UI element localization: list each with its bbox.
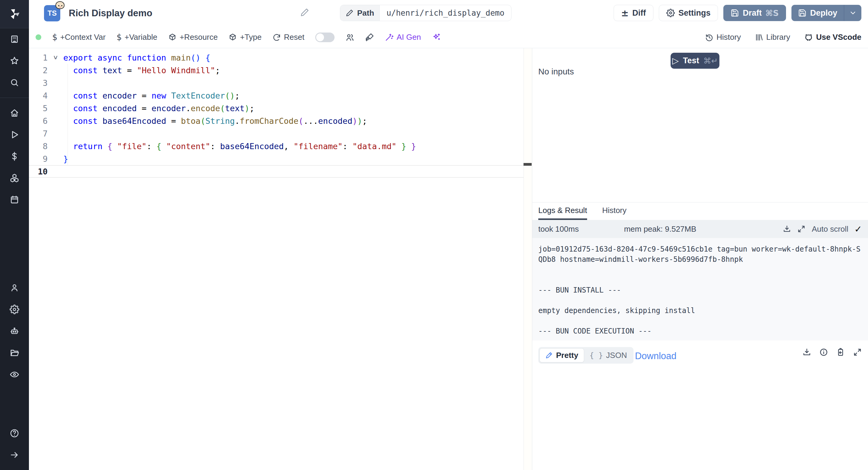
paintbrush-icon xyxy=(365,33,374,41)
tab-history[interactable]: History xyxy=(602,202,627,220)
line-number: 4 xyxy=(29,91,48,100)
user-icon[interactable] xyxy=(0,277,29,299)
result-section: Pretty { } JSON Download xyxy=(532,340,868,470)
diff-button[interactable]: ± Diff xyxy=(614,5,653,21)
ai-sparkles-button[interactable] xyxy=(432,33,441,41)
deploy-dropdown-button[interactable] xyxy=(844,5,861,21)
page-title: Rich Display demo xyxy=(69,8,152,19)
library-button[interactable]: Library xyxy=(755,33,790,42)
favorites-star-icon[interactable] xyxy=(0,50,29,72)
expand-logs-icon[interactable] xyxy=(797,225,806,233)
ai-gen-button[interactable]: AI Gen xyxy=(385,33,421,42)
history-clock-icon xyxy=(705,33,713,41)
workers-robot-icon[interactable] xyxy=(0,320,29,342)
fold-chevron-icon[interactable]: > xyxy=(48,54,63,61)
add-resource-label: +Resource xyxy=(180,33,218,42)
code-lines[interactable]: 1>export async function main() {2 const … xyxy=(29,48,532,178)
resources-boxes-icon[interactable] xyxy=(0,167,29,189)
home-icon[interactable] xyxy=(0,102,29,124)
save-icon xyxy=(798,9,807,17)
add-variable-button[interactable]: $ +Variable xyxy=(116,32,157,42)
expand-result-icon[interactable] xyxy=(853,348,862,357)
reset-button[interactable]: Reset xyxy=(273,33,304,42)
add-type-button[interactable]: +Type xyxy=(228,33,261,42)
deploy-label: Deploy xyxy=(810,8,837,18)
code-line[interactable]: 4 const encoder = new TextEncoder(); xyxy=(29,89,532,102)
draft-button[interactable]: Draft ⌘S xyxy=(723,5,786,21)
code-text: const base64Encoded = btoa(String.fromCh… xyxy=(63,116,367,126)
path-label: Path xyxy=(357,8,374,18)
add-context-var-button[interactable]: $ +Context Var xyxy=(52,32,105,42)
save-icon xyxy=(731,9,739,17)
search-icon[interactable] xyxy=(0,72,29,93)
line-number: 1 xyxy=(29,53,48,62)
code-line[interactable]: 3 xyxy=(29,76,532,89)
pretty-view-button[interactable]: Pretty xyxy=(539,348,584,363)
package-icon xyxy=(168,33,177,41)
info-icon[interactable] xyxy=(819,348,828,357)
json-label: JSON xyxy=(606,351,627,360)
code-editor[interactable]: 1>export async function main() {2 const … xyxy=(29,48,532,470)
settings-gear-icon[interactable] xyxy=(0,299,29,320)
format-paintbrush-button[interactable] xyxy=(365,33,374,41)
collaborators-button[interactable] xyxy=(345,33,354,42)
edit-title-pencil-icon[interactable] xyxy=(300,8,309,17)
audit-eye-icon[interactable] xyxy=(0,364,29,385)
dollar-icon: $ xyxy=(116,32,121,42)
path-label-section[interactable]: Path xyxy=(340,5,380,21)
add-type-label: +Type xyxy=(240,33,261,42)
typescript-badge-label: TS xyxy=(48,9,57,18)
collapse-arrow-icon[interactable] xyxy=(0,444,29,466)
bun-emoji-icon xyxy=(56,1,64,9)
code-line[interactable]: 1>export async function main() { xyxy=(29,51,532,64)
json-view-button[interactable]: { } JSON xyxy=(584,349,632,362)
line-number: 3 xyxy=(29,78,48,88)
code-line[interactable]: 2 const text = "Hello Windmill"; xyxy=(29,64,532,76)
editor-overview-ruler[interactable] xyxy=(524,48,532,470)
result-view-switch: Pretty { } JSON xyxy=(538,347,633,364)
diff-icon: ± xyxy=(621,8,629,19)
cursor-position-marker xyxy=(524,163,532,166)
copy-clipboard-icon[interactable] xyxy=(836,348,845,357)
code-line[interactable]: 10 xyxy=(29,165,532,178)
history-button[interactable]: History xyxy=(705,33,741,42)
diff-label: Diff xyxy=(632,8,646,18)
download-result-icon[interactable] xyxy=(802,348,811,357)
line-number: 8 xyxy=(29,142,48,151)
code-line[interactable]: 7 xyxy=(29,127,532,140)
path-field[interactable]: Path u/henri/rich_display_demo xyxy=(340,5,512,21)
tab-logs-and-result[interactable]: Logs & Result xyxy=(538,202,587,220)
workspace-icon[interactable] xyxy=(0,28,29,50)
path-value[interactable]: u/henri/rich_display_demo xyxy=(380,5,511,21)
use-vscode-label: Use VScode xyxy=(816,33,861,42)
editor-toolbar: $ +Context Var $ +Variable +Resource +Ty… xyxy=(29,27,868,48)
test-button[interactable]: ▷ Test ⌘↵ xyxy=(671,53,719,69)
code-line[interactable]: 8 return { "file": { "content": base64En… xyxy=(29,140,532,152)
folders-icon[interactable] xyxy=(0,342,29,364)
code-text: return { "file": { "content": base64Enco… xyxy=(63,142,416,151)
runs-play-icon[interactable] xyxy=(0,124,29,146)
deploy-button[interactable]: Deploy xyxy=(792,5,844,21)
schedules-calendar-icon[interactable] xyxy=(0,189,29,211)
main-area: TS Rich Display demo Path u/henri/rich_d… xyxy=(29,0,868,470)
use-vscode-button[interactable]: Use VScode xyxy=(804,33,861,42)
download-logs-icon[interactable] xyxy=(783,225,791,233)
variables-dollar-icon[interactable] xyxy=(0,146,29,167)
code-text: const text = "Hello Windmill"; xyxy=(63,66,220,75)
windmill-logo[interactable] xyxy=(0,0,29,28)
line-number: 10 xyxy=(29,167,48,176)
download-result-link[interactable]: Download xyxy=(635,351,677,362)
autoscroll-label[interactable]: Auto scroll xyxy=(812,224,848,234)
multiplayer-toggle[interactable] xyxy=(315,33,335,42)
settings-button[interactable]: Settings xyxy=(659,5,718,21)
typescript-badge: TS xyxy=(44,5,60,21)
code-line[interactable]: 5 const encoded = encoder.encode(text); xyxy=(29,102,532,115)
ready-status-dot xyxy=(36,34,41,40)
add-resource-button[interactable]: +Resource xyxy=(168,33,218,42)
help-icon[interactable] xyxy=(0,422,29,444)
code-line[interactable]: 9} xyxy=(29,152,532,165)
autoscroll-check-icon[interactable]: ✓ xyxy=(855,224,862,234)
reset-label: Reset xyxy=(284,33,304,42)
code-line[interactable]: 6 const base64Encoded = btoa(String.from… xyxy=(29,115,532,127)
job-logs[interactable]: job=01912d75-163d-8204-47c9-5469c516cb1e… xyxy=(532,238,868,340)
